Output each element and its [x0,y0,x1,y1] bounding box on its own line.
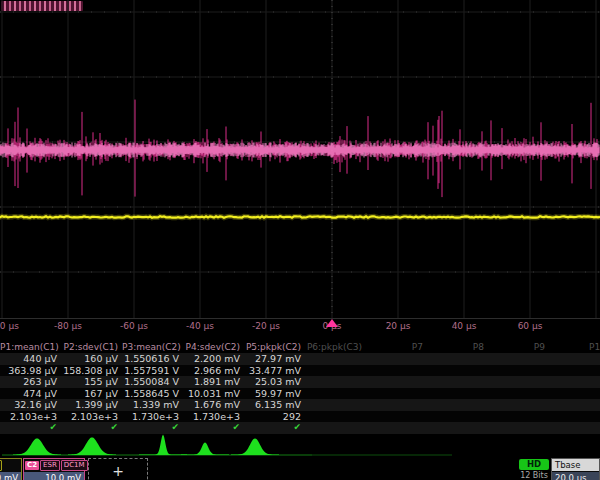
param-row-min: 263 µV 155 µV 1.550084 V 1.891 mV 25.03 … [0,376,600,388]
status-check-icon: ✔ [244,422,305,434]
axis-tick-label: 20 µs [386,321,411,331]
param-value: 1.399 µV [61,399,122,411]
timebase-descriptor[interactable]: Tbase 20.0 µs [551,458,600,480]
c2-label: C2 [25,461,39,470]
param-value: 1.558645 V [122,388,183,400]
param-row-value: 440 µV 160 µV 1.550616 V 2.200 mV 27.97 … [0,353,600,365]
param-header-p3[interactable]: P3:mean(C2) [122,341,183,353]
param-header-p1[interactable]: P1:mean(C1) [0,341,61,353]
hd-bits-label: 12 Bits [512,471,556,480]
param-row-num: 2.103e+3 2.103e+3 1.730e+3 1.730e+3 292 [0,411,600,423]
param-value: 1.891 mV [183,376,244,388]
param-header-p5[interactable]: P5:pkpk(C2) [244,341,305,353]
param-header-p6[interactable]: P6:pkpk(C3) [305,341,366,353]
param-header-p2[interactable]: P2:sdev(C1) [61,341,122,353]
axis-tick-label: 40 µs [452,321,477,331]
param-row-mean: 363.98 µV 158.308 µV 1.557591 V 2.966 mV… [0,365,600,377]
param-value: 2.103e+3 [61,411,122,423]
param-value: 10.031 mV [183,388,244,400]
c2-esr-badge: ESR [40,460,60,471]
param-value: 1.730e+3 [183,411,244,423]
param-value: 263 µV [0,376,61,388]
param-value: 1.676 mV [183,399,244,411]
param-row-sdev: 32.16 µV 1.399 µV 1.339 mV 1.676 mV 6.13… [0,399,600,411]
param-value: 1.550084 V [122,376,183,388]
param-value: 59.97 mV [244,388,305,400]
channel-descriptor-c2[interactable]: C2 ESR DC1M 10.0 mV [23,458,85,480]
c2-vertical-scale: 10.0 mV [24,472,84,480]
histicon [181,442,229,455]
c2-coupling-badge: DC1M [61,460,88,471]
axis-tick-label: -40 µs [186,321,214,331]
param-value: 1.557591 V [122,365,183,377]
param-value: 440 µV [0,353,61,365]
timebase-title: Tbase [552,459,599,471]
param-value: 33.477 mV [244,365,305,377]
param-value: 158.308 µV [61,365,122,377]
param-value: 2.200 mV [183,353,244,365]
param-value: 160 µV [61,353,122,365]
histicon [231,438,279,455]
c1-vertical-scale: 10.0 mV [0,472,21,480]
param-value: 27.97 mV [244,353,305,365]
param-value: 2.966 mV [183,365,244,377]
status-check-icon: ✔ [61,422,122,434]
status-check-icon: ✔ [183,422,244,434]
grid-svg [0,0,600,320]
histicon [13,438,61,455]
parameter-table: P1:mean(C1) P2:sdev(C1) P3:mean(C2) P4:s… [0,341,600,434]
c1-coupling-badge: DC1M [0,460,2,471]
param-value: 1.339 mV [122,399,183,411]
histicons-strip[interactable] [0,433,600,457]
axis-tick-label: -20 µs [252,321,280,331]
param-row-status: ✔ ✔ ✔ ✔ ✔ [0,422,600,434]
param-header-p9[interactable]: P9 [488,341,549,353]
param-value: 2.103e+3 [0,411,61,423]
param-header-p7[interactable]: P7 [366,341,427,353]
parameter-header-row: P1:mean(C1) P2:sdev(C1) P3:mean(C2) P4:s… [0,341,600,353]
param-value: 25.03 mV [244,376,305,388]
param-header-p10[interactable]: P10 [549,341,600,353]
param-value: 292 [244,411,305,423]
param-header-p4[interactable]: P4:sdev(C2) [183,341,244,353]
timebase-value: 20.0 µs [552,472,599,480]
param-value: 1.730e+3 [122,411,183,423]
param-value: 6.135 mV [244,399,305,411]
channel-descriptor-c1[interactable]: C1 DC1M 10.0 mV [0,458,22,480]
hd-mode-badge[interactable]: HD [519,459,549,470]
axis-tick-label: -60 µs [120,321,148,331]
param-value: 167 µV [61,388,122,400]
histicon [68,437,116,455]
axis-tick-label: -100 µs [0,321,19,331]
axis-tick-label: 60 µs [518,321,543,331]
param-value: 155 µV [61,376,122,388]
waveform-grid [0,0,600,320]
histicon [139,434,187,455]
param-value: 474 µV [0,388,61,400]
axis-tick-label: -80 µs [54,321,82,331]
param-header-p8[interactable]: P8 [427,341,488,353]
param-value: 363.98 µV [0,365,61,377]
param-row-max: 474 µV 167 µV 1.558645 V 10.031 mV 59.97… [0,388,600,400]
status-check-icon: ✔ [122,422,183,434]
add-trace-button[interactable]: + [88,458,148,480]
status-check-icon: ✔ [0,422,61,434]
param-value: 32.16 µV [0,399,61,411]
trigger-position-icon[interactable] [325,317,339,328]
param-value: 1.550616 V [122,353,183,365]
